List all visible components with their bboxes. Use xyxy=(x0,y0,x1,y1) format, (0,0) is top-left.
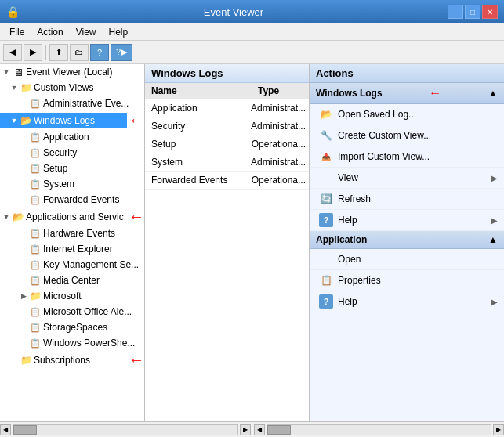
tree-item-custom-views[interactable]: ▼ 📁 Custom Views xyxy=(0,80,144,96)
action-open[interactable]: Open xyxy=(310,249,504,270)
open-saved-icon: 📂 xyxy=(319,107,333,121)
action-import-custom[interactable]: 📥 Import Custom View... xyxy=(310,146,504,168)
apps-services-label: Applications and Servic... xyxy=(26,211,127,222)
security-icon: 📋 xyxy=(29,146,42,159)
tree-item-system[interactable]: 📋 System xyxy=(0,176,144,192)
tree-item-admin-events[interactable]: 📋 Administrative Eve... xyxy=(0,96,144,111)
powershell-expand xyxy=(19,338,28,348)
row-4-name: Forwarded Events xyxy=(145,175,248,186)
table-row[interactable]: Forwarded Events Operationa... xyxy=(145,172,309,190)
back-button[interactable]: ◀ xyxy=(3,44,22,61)
maximize-button[interactable]: □ xyxy=(465,5,480,19)
tree-item-application[interactable]: 📋 Application xyxy=(0,129,144,145)
refresh-label: Refresh xyxy=(338,193,371,204)
app-icon: 🔒 xyxy=(6,5,20,18)
apps-services-folder-icon: 📂 xyxy=(12,211,24,223)
table-row[interactable]: Setup Operationa... xyxy=(145,135,309,153)
storage-icon: 📋 xyxy=(29,321,42,334)
minimize-button[interactable]: — xyxy=(448,5,463,19)
mid-scroll-track[interactable] xyxy=(267,424,492,435)
kms-icon: 📋 xyxy=(29,258,42,271)
tree-item-storage[interactable]: 📋 StorageSpaces xyxy=(0,320,144,335)
root-expand[interactable]: ▼ xyxy=(2,67,11,77)
left-scroll-thumb[interactable] xyxy=(13,425,37,435)
tree-item-subscriptions[interactable]: 📁 Subscriptions xyxy=(0,352,127,368)
custom-views-expand[interactable]: ▼ xyxy=(9,83,19,92)
computer-icon: 🖥 xyxy=(12,66,24,78)
tree-panel: ▼ 🖥 Event Viewer (Local) ▼ 📁 Custom View… xyxy=(0,64,145,421)
help-icon-btn[interactable]: ? xyxy=(90,44,109,61)
forwarded-label: Forwarded Events xyxy=(43,194,119,205)
storage-expand xyxy=(19,323,28,332)
actions-section-windows-logs[interactable]: Windows Logs ← ▲ xyxy=(310,83,504,104)
mid-scroll-thumb[interactable] xyxy=(267,425,291,435)
help-wl-icon: ? xyxy=(319,213,333,227)
menu-action[interactable]: Action xyxy=(31,25,69,39)
menu-bar: File Action View Help xyxy=(0,23,504,41)
tree-item-forwarded[interactable]: 📋 Forwarded Events xyxy=(0,192,144,208)
table-row[interactable]: System Administrat... xyxy=(145,153,309,172)
row-3-name: System xyxy=(145,157,248,168)
menu-file[interactable]: File xyxy=(3,25,31,39)
media-label: Media Center xyxy=(43,275,100,286)
action-help-app[interactable]: ? Help ▶ xyxy=(310,291,504,312)
create-custom-label: Create Custom View... xyxy=(338,130,431,141)
hardware-icon: 📋 xyxy=(29,227,42,240)
open-button[interactable]: 🗁 xyxy=(70,44,89,61)
root-label: Event Viewer (Local) xyxy=(26,67,113,78)
application-icon: 📋 xyxy=(29,131,42,143)
action-create-custom[interactable]: 🔧 Create Custom View... xyxy=(310,125,504,146)
close-button[interactable]: ✕ xyxy=(482,5,498,19)
storage-label: StorageSpaces xyxy=(43,322,107,333)
status-bar: ◀ ▶ ◀ ▶ xyxy=(0,421,504,437)
system-expand xyxy=(19,179,28,189)
tree-item-media[interactable]: 📋 Media Center xyxy=(0,273,144,288)
tree-item-security[interactable]: 📋 Security xyxy=(0,145,144,161)
security-label: Security xyxy=(43,147,77,158)
action-refresh[interactable]: 🔄 Refresh xyxy=(310,189,504,210)
forward-button[interactable]: ▶ xyxy=(24,44,42,61)
apps-services-expand[interactable]: ▼ xyxy=(2,212,11,222)
windows-logs-expand[interactable]: ▼ xyxy=(9,116,19,125)
help-btn2[interactable]: ?▶ xyxy=(111,44,132,61)
tree-root[interactable]: ▼ 🖥 Event Viewer (Local) xyxy=(0,64,144,80)
menu-view[interactable]: View xyxy=(70,25,103,39)
right-scroll-btn[interactable]: ▶ xyxy=(240,424,251,435)
application-label: Application xyxy=(43,132,89,143)
tree-item-hardware[interactable]: 📋 Hardware Events xyxy=(0,226,144,241)
tree-item-apps-services[interactable]: ▼ 📂 Applications and Servic... xyxy=(0,209,127,225)
action-properties[interactable]: 📋 Properties xyxy=(310,270,504,291)
tree-item-office[interactable]: 📋 Microsoft Office Ale... xyxy=(0,304,144,320)
office-label: Microsoft Office Ale... xyxy=(43,306,132,317)
left-scroll-track[interactable] xyxy=(13,424,238,435)
action-open-saved[interactable]: 📂 Open Saved Log... xyxy=(310,104,504,125)
action-view[interactable]: View ▶ xyxy=(310,168,504,189)
tree-item-microsoft[interactable]: ▶ 📁 Microsoft xyxy=(0,288,144,304)
import-custom-icon: 📥 xyxy=(319,150,333,164)
menu-help[interactable]: Help xyxy=(103,25,135,39)
microsoft-expand[interactable]: ▶ xyxy=(19,291,28,301)
toolbar-separator-1 xyxy=(45,45,46,60)
security-expand xyxy=(19,148,28,157)
tree-item-setup[interactable]: 📋 Setup xyxy=(0,161,144,176)
mid-left-scroll-btn[interactable]: ◀ xyxy=(254,424,265,435)
action-help-wl[interactable]: ? Help ▶ xyxy=(310,210,504,231)
powershell-label: Windows PowerShe... xyxy=(43,338,135,349)
tree-item-kms[interactable]: 📋 Key Management Se... xyxy=(0,257,144,273)
row-3-type: Administrat... xyxy=(248,157,309,168)
system-icon: 📋 xyxy=(29,178,42,190)
tree-item-ie[interactable]: 📋 Internet Explorer xyxy=(0,241,144,257)
left-scroll-btn[interactable]: ◀ xyxy=(0,424,11,435)
tree-item-powershell[interactable]: 📋 Windows PowerShe... xyxy=(0,335,144,351)
table-row[interactable]: Security Administrat... xyxy=(145,117,309,135)
mid-right-scroll-btn[interactable]: ▶ xyxy=(493,424,504,435)
tree-item-windows-logs[interactable]: ▼ 📂 Windows Logs xyxy=(0,113,127,128)
table-row[interactable]: Application Administrat... xyxy=(145,99,309,117)
actions-section-application[interactable]: Application ▲ xyxy=(310,231,504,249)
forwarded-expand xyxy=(19,195,28,204)
middle-panel: Windows Logs Name Type Application Admin… xyxy=(145,64,310,421)
setup-label: Setup xyxy=(43,163,67,174)
media-expand xyxy=(19,276,28,285)
up-button[interactable]: ⬆ xyxy=(49,44,68,61)
row-2-name: Setup xyxy=(145,139,248,150)
